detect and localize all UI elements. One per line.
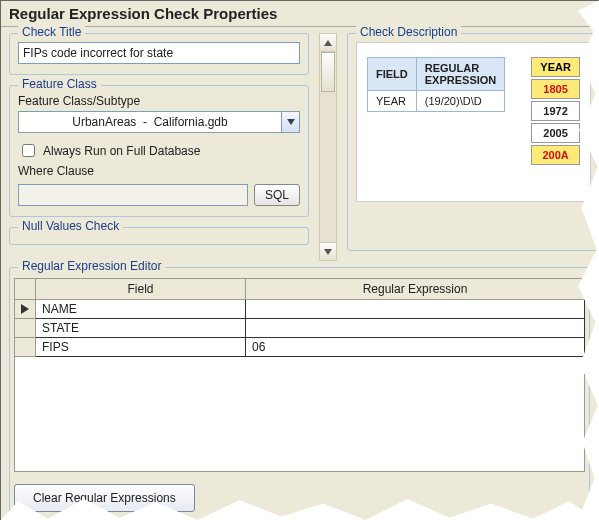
grid-cell-regex[interactable]	[246, 300, 585, 319]
row-selector-icon[interactable]	[15, 300, 36, 319]
example-td-regex: (19/20)\D\D	[416, 91, 505, 112]
chevron-down-icon	[287, 119, 295, 125]
description-year-column: YEAR 1805 1972 2005 200A	[531, 57, 580, 165]
svg-marker-1	[324, 40, 332, 46]
grid-col-regex[interactable]: Regular Expression	[246, 279, 585, 300]
check-description-legend: Check Description	[356, 25, 461, 39]
year-chip: 1805	[531, 79, 580, 99]
example-th-field: FIELD	[368, 58, 417, 91]
year-header-chip: YEAR	[531, 57, 580, 77]
regex-editor-legend: Regular Expression Editor	[18, 259, 165, 273]
scroll-down-button[interactable]	[320, 242, 336, 260]
year-chip: 1972	[531, 101, 580, 121]
scroll-up-button[interactable]	[320, 34, 336, 52]
check-description-preview: FIELD REGULAR EXPRESSION YEAR (19/20)\D\…	[356, 42, 591, 202]
triangle-right-icon	[21, 304, 29, 314]
left-pane-scrollbar[interactable]	[319, 33, 337, 261]
grid-empty-area	[14, 357, 585, 472]
window-title: Regular Expression Check Properties	[1, 1, 598, 27]
feature-class-legend: Feature Class	[18, 77, 101, 91]
example-td-field: YEAR	[368, 91, 417, 112]
feature-class-subtype-label: Feature Class/Subtype	[18, 94, 300, 108]
example-th-regex: REGULAR EXPRESSION	[416, 58, 505, 91]
row-selector[interactable]	[15, 338, 36, 357]
year-chip: 200A	[531, 145, 580, 165]
check-title-input[interactable]	[18, 42, 300, 64]
svg-marker-0	[287, 119, 295, 125]
description-example-table: FIELD REGULAR EXPRESSION YEAR (19/20)\D\…	[367, 57, 505, 112]
grid-cell-field[interactable]: NAME	[36, 300, 246, 319]
scroll-thumb[interactable]	[321, 52, 335, 92]
grid-corner	[15, 279, 36, 300]
chevron-down-icon	[324, 249, 332, 255]
feature-class-combo[interactable]	[18, 111, 282, 133]
row-selector[interactable]	[15, 319, 36, 338]
where-clause-input[interactable]	[18, 184, 248, 206]
null-values-legend: Null Values Check	[18, 219, 123, 233]
always-run-label: Always Run on Full Database	[43, 144, 200, 158]
table-row[interactable]: NAME	[15, 300, 585, 319]
grid-cell-regex[interactable]	[246, 319, 585, 338]
grid-col-field[interactable]: Field	[36, 279, 246, 300]
regex-editor-group: Regular Expression Editor Field Regular …	[9, 267, 590, 520]
year-chip: 2005	[531, 123, 580, 143]
feature-class-group: Feature Class Feature Class/Subtype Alwa…	[9, 85, 309, 217]
where-clause-label: Where Clause	[18, 164, 300, 178]
svg-marker-3	[21, 304, 29, 314]
grid-cell-field[interactable]: STATE	[36, 319, 246, 338]
always-run-checkbox[interactable]	[22, 144, 35, 157]
check-title-group: Check Title	[9, 33, 309, 75]
feature-class-combo-button[interactable]	[282, 111, 300, 133]
sql-button[interactable]: SQL	[254, 184, 300, 206]
table-row[interactable]: FIPS 06	[15, 338, 585, 357]
chevron-up-icon	[324, 40, 332, 46]
check-title-legend: Check Title	[18, 25, 85, 39]
always-run-checkbox-row[interactable]: Always Run on Full Database	[18, 141, 300, 160]
grid-cell-regex[interactable]: 06	[246, 338, 585, 357]
svg-marker-2	[324, 249, 332, 255]
grid-cell-field[interactable]: FIPS	[36, 338, 246, 357]
null-values-group: Null Values Check	[9, 227, 309, 245]
scroll-track[interactable]	[320, 92, 336, 242]
check-description-group: Check Description FIELD REGULAR EXPRESSI…	[347, 33, 599, 251]
table-row[interactable]: STATE	[15, 319, 585, 338]
regex-editor-grid[interactable]: Field Regular Expression NAME STATE	[14, 278, 585, 357]
